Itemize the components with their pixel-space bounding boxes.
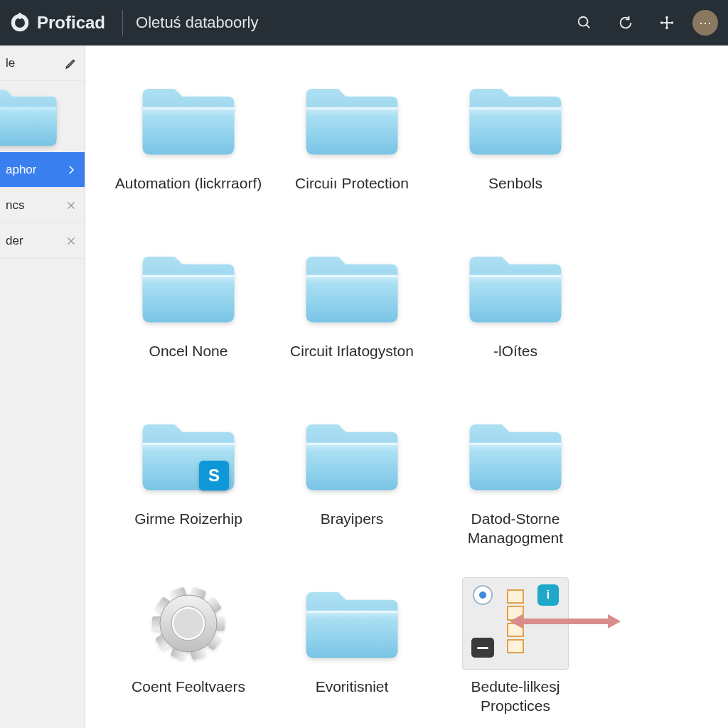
close-icon	[65, 235, 77, 247]
svg-marker-41	[510, 614, 523, 628]
svg-rect-38	[306, 611, 398, 613]
grid-item-label: Brayipers	[318, 509, 387, 549]
badge-icon: S	[199, 461, 229, 491]
grid-item[interactable]: Datod-Storne Managogment	[434, 402, 597, 549]
svg-rect-16	[143, 107, 235, 109]
folder-icon	[299, 413, 405, 498]
svg-rect-19	[143, 275, 235, 277]
svg-point-36	[171, 606, 205, 641]
svg-rect-21	[470, 275, 562, 277]
svg-line-4	[587, 25, 590, 28]
folder-icon	[135, 245, 242, 331]
svg-rect-2	[18, 13, 21, 19]
close-icon	[65, 199, 77, 212]
pencil-icon	[65, 57, 77, 70]
folder-icon	[135, 77, 242, 163]
grid-item[interactable]: Automation (lickrraorf)	[107, 67, 270, 213]
sync-icon	[659, 15, 675, 31]
content-area: Automation (lickrraorf) Circuiı Protecti…	[85, 46, 728, 728]
gear-icon	[146, 581, 231, 666]
grid-item[interactable]: Senbols	[434, 67, 597, 213]
svg-point-1	[15, 18, 25, 28]
sidebar-item-label: der	[6, 234, 23, 248]
sidebar-folder-thumb[interactable]	[0, 81, 85, 152]
grid-item[interactable]: -lOítes	[434, 235, 597, 381]
grid-item[interactable]: Evoritisniet	[270, 570, 434, 717]
grid-item-label: Circuit Irlatogyston	[287, 341, 417, 381]
svg-point-3	[579, 17, 588, 26]
refresh-icon	[618, 15, 633, 31]
grid-item-label: Automation (lickrraorf)	[112, 173, 265, 213]
search-button[interactable]	[569, 7, 600, 38]
svg-point-10	[660, 21, 663, 24]
grid-item-label: Circuiı Protection	[292, 173, 412, 213]
sidebar-item-der[interactable]: der	[0, 223, 85, 259]
grid-item[interactable]: Circuiı Protection	[270, 67, 434, 213]
svg-rect-17	[306, 107, 398, 109]
sidebar: le aphor ncs der	[0, 46, 85, 728]
sidebar-item-aphor[interactable]: aphor	[0, 152, 85, 188]
grid-item[interactable]: i Bedute-lilkesj Propctices	[434, 570, 597, 717]
header-separator	[122, 10, 123, 36]
grid-item[interactable]: Circuit Irlatogyston	[270, 235, 434, 381]
grid-item-label: Coent Feoltvaers	[129, 677, 248, 717]
grid-item[interactable]: S Girme Roizerhip	[107, 402, 270, 549]
brand-logo-icon	[10, 13, 30, 33]
folder-icon	[462, 77, 569, 163]
folder-icon	[299, 77, 405, 163]
sidebar-item-label: aphor	[6, 163, 36, 177]
grid-item-label: Oncel None	[146, 341, 231, 381]
sidebar-item-le[interactable]: le	[0, 46, 85, 81]
grid-item[interactable]: Coent Feoltvaers	[107, 570, 270, 717]
grid-item-label: Bedute-lilkesj Propctices	[434, 677, 597, 717]
grid-item-label: Evoritisniet	[313, 677, 392, 717]
brand-name: Proficad	[37, 13, 105, 33]
svg-rect-24	[470, 443, 562, 445]
user-avatar[interactable]: ⋯	[692, 10, 718, 36]
app-header: Proficad Oletuś databoorly ⋯	[0, 0, 728, 46]
svg-rect-23	[306, 443, 398, 445]
brand: Proficad	[10, 13, 105, 33]
svg-rect-18	[470, 107, 562, 109]
grid-item-label: Girme Roizerhip	[132, 509, 245, 549]
svg-point-8	[665, 16, 668, 19]
grid-item[interactable]: Brayipers	[270, 402, 434, 549]
folder-icon	[299, 581, 405, 666]
refresh-button[interactable]	[610, 7, 641, 38]
search-icon	[577, 15, 592, 31]
folder-icon	[462, 245, 569, 331]
svg-point-11	[671, 21, 674, 24]
sidebar-item-ncs[interactable]: ncs	[0, 188, 85, 223]
page-title: Oletuś databoorly	[136, 14, 258, 32]
sync-button[interactable]	[651, 7, 682, 38]
svg-marker-40	[608, 614, 621, 628]
grid-item-label: -lOítes	[491, 341, 540, 381]
grid-item-label: Senbols	[486, 173, 545, 213]
sidebar-item-label: ncs	[6, 198, 24, 213]
properties-icon: i	[462, 577, 569, 670]
folder-grid: Automation (lickrraorf) Circuiı Protecti…	[107, 67, 714, 728]
grid-item[interactable]: Oncel None	[107, 235, 270, 381]
sidebar-item-label: le	[6, 56, 15, 70]
chevron-right-icon	[65, 164, 77, 176]
folder-icon	[299, 245, 405, 331]
svg-rect-22	[143, 443, 235, 445]
svg-rect-20	[306, 275, 398, 277]
grid-item-label: Datod-Storne Managogment	[434, 509, 597, 549]
folder-icon	[0, 81, 64, 152]
svg-point-9	[665, 27, 668, 30]
svg-point-7	[665, 21, 668, 24]
folder-icon	[462, 413, 569, 498]
